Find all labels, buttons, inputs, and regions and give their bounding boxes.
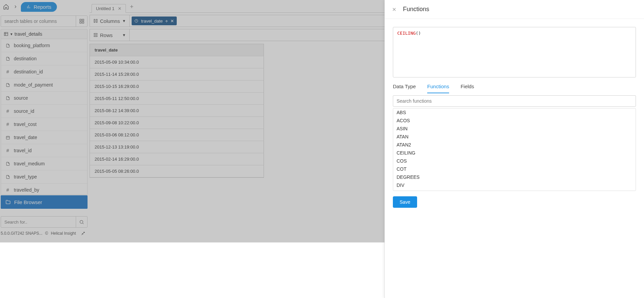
field-item[interactable]: travel_date bbox=[1, 131, 87, 144]
sidebar-search-input[interactable] bbox=[1, 16, 76, 27]
breadcrumb-reports[interactable]: Reports bbox=[21, 2, 57, 12]
functions-panel: Functions CEILING() Data Type Functions … bbox=[384, 0, 644, 298]
table-row[interactable]: 2015-12-13 13:19:00.0 bbox=[90, 141, 264, 153]
field-label: booking_platform bbox=[14, 43, 50, 48]
chevron-right-icon bbox=[11, 2, 20, 11]
field-item[interactable]: destination bbox=[1, 52, 87, 65]
collapse-caret-icon: ▼ bbox=[10, 32, 13, 36]
table-row[interactable]: 2015-11-14 15:28:00.0 bbox=[90, 68, 264, 80]
folder-icon bbox=[5, 199, 11, 205]
field-type-icon bbox=[5, 83, 10, 87]
table-row[interactable]: 2015-05-11 12:50:00.0 bbox=[90, 93, 264, 105]
copyright-icon: © bbox=[45, 231, 48, 236]
rows-caret-icon[interactable]: ▼ bbox=[122, 33, 126, 37]
chip-divide-icon[interactable]: ÷ bbox=[165, 19, 168, 24]
function-search-input[interactable] bbox=[393, 95, 636, 107]
file-browser-button[interactable]: File Browser bbox=[1, 195, 88, 209]
svg-rect-19 bbox=[94, 33, 97, 34]
field-type-icon bbox=[5, 57, 10, 61]
bar-chart-icon bbox=[26, 4, 31, 9]
field-item[interactable]: travel_type bbox=[1, 170, 87, 184]
table-header[interactable]: ▼ travel_details bbox=[1, 29, 88, 39]
panel-header: Functions bbox=[385, 0, 644, 19]
tab-functions[interactable]: Functions bbox=[427, 84, 449, 93]
field-item[interactable]: #source_id bbox=[1, 105, 87, 118]
footer: 5.0.0.GIT242 SNAPS... © Helical Insight bbox=[1, 231, 88, 236]
columns-caret-icon[interactable]: ▼ bbox=[122, 19, 126, 23]
panel-tabs: Data Type Functions Fields bbox=[385, 77, 644, 93]
table-column-header[interactable]: travel_date bbox=[90, 44, 264, 56]
field-item[interactable]: travel_medium bbox=[1, 157, 87, 170]
tab-fields[interactable]: Fields bbox=[461, 84, 474, 93]
columns-shelf-label: Columns ▼ bbox=[90, 15, 130, 27]
rows-label-text: Rows bbox=[100, 32, 113, 38]
table-row[interactable]: 2015-02-14 16:29:00.0 bbox=[90, 153, 264, 165]
version-text: 5.0.0.GIT242 SNAPS... bbox=[1, 231, 42, 236]
field-type-icon bbox=[5, 43, 10, 48]
expression-fn: CEILING bbox=[397, 31, 416, 36]
table-name: travel_details bbox=[14, 31, 42, 37]
field-type-icon: # bbox=[5, 148, 10, 153]
svg-rect-10 bbox=[6, 136, 9, 139]
svg-rect-20 bbox=[94, 36, 97, 37]
add-tab-button[interactable]: + bbox=[127, 2, 136, 12]
file-search-input[interactable] bbox=[1, 217, 76, 227]
report-tab[interactable]: Untitled 1 ✕ bbox=[92, 4, 126, 13]
function-item[interactable]: DEGREES bbox=[393, 173, 636, 181]
field-type-icon bbox=[5, 162, 10, 166]
table-row[interactable]: 2015-03-06 08:12:00.0 bbox=[90, 129, 264, 141]
fields-list: booking_platformdestination#destination_… bbox=[1, 39, 88, 195]
table-row[interactable]: 2015-09-08 10:22:00.0 bbox=[90, 117, 264, 129]
field-item[interactable]: #travel_cost bbox=[1, 118, 87, 131]
home-icon[interactable] bbox=[1, 2, 11, 11]
svg-rect-17 bbox=[96, 19, 97, 22]
function-item[interactable]: ASIN bbox=[393, 125, 636, 133]
svg-rect-4 bbox=[82, 19, 84, 21]
function-item[interactable]: COS bbox=[393, 157, 636, 165]
function-item[interactable]: DIV bbox=[393, 181, 636, 189]
table-row[interactable]: 2015-05-09 10:34:00.0 bbox=[90, 56, 264, 68]
file-search bbox=[1, 216, 88, 228]
field-item[interactable]: #destination_id bbox=[1, 65, 87, 78]
expression-editor[interactable]: CEILING() bbox=[393, 27, 636, 77]
clock-icon bbox=[134, 19, 138, 23]
close-tab-icon[interactable]: ✕ bbox=[118, 6, 122, 11]
data-table: travel_date 2015-05-09 10:34:00.02015-11… bbox=[90, 44, 264, 178]
function-item[interactable]: EXP bbox=[393, 189, 636, 191]
function-item[interactable]: COT bbox=[393, 165, 636, 173]
chip-remove-icon[interactable]: ✕ bbox=[170, 19, 174, 24]
pin-icon[interactable] bbox=[81, 231, 86, 236]
field-item[interactable]: #travel_id bbox=[1, 144, 87, 157]
field-item[interactable]: booking_platform bbox=[1, 39, 87, 52]
field-label: travel_medium bbox=[14, 161, 45, 166]
panel-title: Functions bbox=[403, 6, 429, 13]
function-item[interactable]: ABS bbox=[393, 108, 636, 117]
field-item[interactable]: mode_of_payment bbox=[1, 78, 87, 92]
function-item[interactable]: ATAN2 bbox=[393, 141, 636, 149]
column-chip-travel-date[interactable]: travel_date ÷ ✕ bbox=[132, 16, 177, 25]
field-type-icon: # bbox=[5, 122, 10, 127]
function-item[interactable]: CEILING bbox=[393, 149, 636, 157]
search-icon[interactable] bbox=[76, 217, 87, 227]
table-row[interactable]: 2015-05-05 08:26:00.0 bbox=[90, 165, 264, 177]
field-label: travel_cost bbox=[14, 122, 37, 127]
svg-rect-6 bbox=[82, 22, 84, 23]
columns-icon bbox=[93, 19, 98, 23]
table-row[interactable]: 2015-08-12 14:39:00.0 bbox=[90, 105, 264, 117]
function-list[interactable]: ABSACOSASINATANATAN2CEILINGCOSCOTDEGREES… bbox=[393, 108, 636, 191]
tab-data-type[interactable]: Data Type bbox=[393, 84, 416, 93]
field-label: destination_id bbox=[14, 69, 43, 74]
function-item[interactable]: ATAN bbox=[393, 133, 636, 141]
function-item[interactable]: ACOS bbox=[393, 117, 636, 125]
save-button[interactable]: Save bbox=[393, 196, 417, 208]
grid-view-icon[interactable] bbox=[76, 16, 87, 27]
table-row[interactable]: 2015-10-15 16:29:00.0 bbox=[90, 80, 264, 93]
svg-point-14 bbox=[80, 220, 83, 223]
field-label: mode_of_payment bbox=[14, 82, 53, 88]
field-item[interactable]: source bbox=[1, 92, 87, 105]
svg-rect-3 bbox=[80, 19, 81, 21]
table-icon bbox=[4, 32, 8, 36]
close-panel-icon[interactable] bbox=[392, 7, 397, 12]
field-item[interactable]: #travelled_by bbox=[1, 184, 87, 195]
field-type-icon: # bbox=[5, 187, 10, 193]
